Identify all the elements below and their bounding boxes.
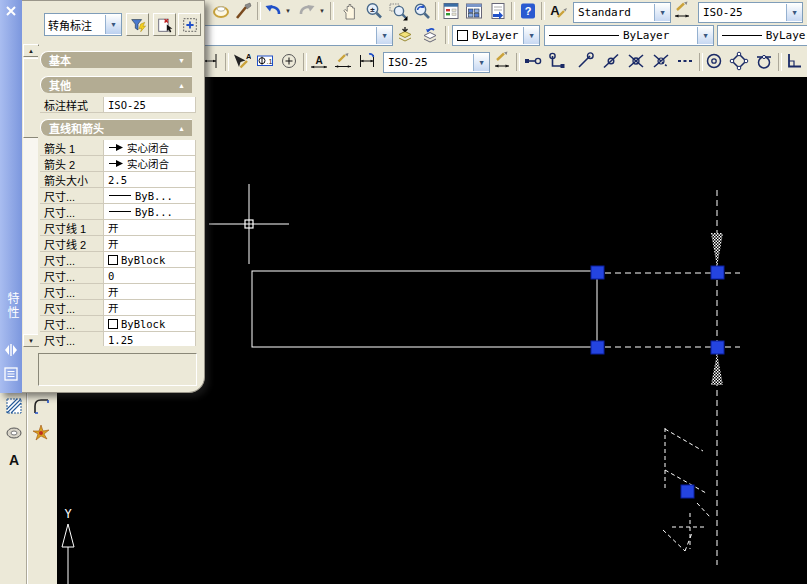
layer-combo[interactable]: ▼ bbox=[199, 25, 393, 46]
zoom-previous-icon[interactable] bbox=[411, 1, 432, 21]
osnap-midpoint-icon[interactable] bbox=[600, 51, 621, 71]
grip[interactable] bbox=[711, 341, 724, 354]
dimension-arrowhead[interactable] bbox=[711, 233, 723, 267]
dimension-arrowhead[interactable] bbox=[711, 353, 723, 385]
hatch-icon[interactable] bbox=[3, 396, 24, 416]
property-value[interactable]: ByB... bbox=[104, 188, 196, 204]
property-value[interactable]: 开 bbox=[104, 220, 196, 236]
palette-scrollbar[interactable]: ▲ ▼ bbox=[23, 44, 39, 347]
auto-hide-icon[interactable] bbox=[3, 342, 19, 358]
layer-previous-icon[interactable] bbox=[419, 25, 440, 45]
help-icon[interactable]: ? bbox=[517, 1, 538, 21]
grip[interactable] bbox=[681, 485, 694, 498]
chevron-down-icon[interactable]: ▼ bbox=[376, 27, 392, 44]
region-icon[interactable] bbox=[3, 423, 24, 443]
mtext-icon[interactable]: A bbox=[3, 450, 24, 470]
osnap-apparent-intersection-icon[interactable] bbox=[650, 51, 671, 71]
dimension-text-outline[interactable] bbox=[685, 533, 692, 551]
layer-make-current-icon[interactable] bbox=[394, 25, 415, 45]
osnap-track-point-icon[interactable] bbox=[522, 51, 543, 71]
color-combo[interactable]: ByLayer▼ bbox=[452, 25, 540, 46]
property-value[interactable]: ISO-25 bbox=[104, 97, 196, 113]
toggle-pickadd-button[interactable] bbox=[178, 13, 201, 36]
palette-menu-icon[interactable] bbox=[3, 366, 19, 382]
dim-style-icon[interactable] bbox=[671, 1, 692, 21]
fillet-icon[interactable] bbox=[30, 396, 51, 416]
property-value[interactable]: ByBlock bbox=[104, 316, 196, 332]
property-value[interactable]: 实心闭合 bbox=[104, 156, 196, 172]
palette-titlebar[interactable]: 特性 bbox=[0, 0, 22, 393]
property-value[interactable]: 开 bbox=[104, 284, 196, 300]
zoom-window-icon[interactable] bbox=[387, 1, 408, 21]
tolerance-icon[interactable]: .1 bbox=[254, 51, 275, 71]
scroll-down-icon[interactable]: ▼ bbox=[23, 334, 39, 347]
explode-icon[interactable] bbox=[30, 423, 51, 443]
text-style-icon[interactable]: A bbox=[547, 1, 568, 21]
scrollbar-thumb[interactable] bbox=[23, 58, 39, 138]
linetype-combo[interactable]: ByLayer▼ bbox=[544, 25, 714, 46]
object-type-selector[interactable]: 转角标注 ▼ bbox=[44, 13, 122, 36]
grip[interactable] bbox=[591, 341, 604, 354]
property-value[interactable]: 2.5 bbox=[104, 172, 196, 188]
close-icon[interactable] bbox=[3, 3, 19, 19]
undo-dropdown[interactable]: ▼ bbox=[283, 1, 293, 21]
osnap-from-icon[interactable] bbox=[547, 51, 568, 71]
osnap-quadrant-icon[interactable] bbox=[728, 51, 749, 71]
section-header-1[interactable]: 其他▲ bbox=[40, 76, 192, 93]
property-value[interactable]: 1.25 bbox=[104, 332, 196, 346]
dim-update-icon[interactable] bbox=[356, 51, 377, 71]
dim-text-edit-icon[interactable]: A bbox=[308, 51, 329, 71]
chevron-down-icon[interactable]: ▼ bbox=[473, 54, 489, 71]
property-value[interactable]: ByBlock bbox=[104, 252, 196, 268]
grip[interactable] bbox=[711, 266, 724, 279]
osnap-extension-icon[interactable] bbox=[674, 51, 695, 71]
dim-style-combo[interactable]: ISO-25▼ bbox=[698, 2, 803, 23]
property-value[interactable]: ByB... bbox=[104, 204, 196, 220]
section-header-0[interactable]: 基本▼ bbox=[40, 51, 192, 68]
undo-icon[interactable] bbox=[262, 1, 283, 21]
grip[interactable] bbox=[591, 266, 604, 279]
osnap-center-icon[interactable] bbox=[703, 51, 724, 71]
section-header-2[interactable]: 直线和箭头▲ bbox=[40, 119, 192, 136]
property-value[interactable]: 0 bbox=[104, 268, 196, 284]
chevron-down-icon[interactable]: ▼ bbox=[105, 15, 121, 34]
pan-icon[interactable] bbox=[339, 1, 360, 21]
text-style-combo[interactable]: Standard▼ bbox=[573, 2, 671, 23]
osnap-perpendicular-icon[interactable] bbox=[783, 51, 804, 71]
property-value[interactable]: 开 bbox=[104, 236, 196, 252]
redo-icon[interactable] bbox=[296, 1, 317, 21]
chevron-down-icon[interactable]: ▼ bbox=[654, 4, 670, 21]
select-objects-button[interactable] bbox=[153, 13, 176, 36]
chevron-down-icon[interactable]: ▼ bbox=[697, 27, 713, 44]
zoom-realtime-icon[interactable]: ± bbox=[363, 1, 384, 21]
designcenter-icon[interactable] bbox=[463, 1, 484, 21]
dimension-text-outline[interactable] bbox=[663, 530, 685, 551]
chevron-down-icon[interactable]: ▼ bbox=[786, 4, 802, 21]
center-mark-icon[interactable] bbox=[278, 51, 299, 71]
quick-select-button[interactable] bbox=[126, 13, 149, 36]
osnap-endpoint-icon[interactable] bbox=[574, 51, 595, 71]
dimension-text-outline[interactable] bbox=[697, 503, 710, 517]
chevron-down-icon[interactable]: ▼ bbox=[178, 57, 185, 64]
tool-palettes-icon[interactable] bbox=[487, 1, 508, 21]
osnap-intersection-icon[interactable] bbox=[625, 51, 646, 71]
property-value[interactable]: 实心闭合 bbox=[104, 140, 196, 156]
property-value[interactable]: 开 bbox=[104, 300, 196, 316]
scroll-up-icon[interactable]: ▲ bbox=[23, 44, 39, 57]
linetype-combo-text: ByLayer bbox=[623, 29, 669, 42]
dim-style-combo-2[interactable]: ISO-25▼ bbox=[383, 52, 490, 73]
chevron-up-icon[interactable]: ▲ bbox=[178, 82, 185, 89]
lineweight-combo[interactable]: ByLayer▼ bbox=[717, 25, 807, 46]
dim-edit-icon[interactable] bbox=[332, 51, 353, 71]
properties-palette-icon[interactable] bbox=[440, 1, 461, 21]
rectangle-object[interactable] bbox=[252, 271, 597, 347]
quick-leader-icon[interactable]: A bbox=[230, 51, 251, 71]
chevron-up-icon[interactable]: ▲ bbox=[178, 125, 185, 132]
paste-icon[interactable] bbox=[210, 1, 231, 21]
match-properties-icon[interactable] bbox=[233, 1, 254, 21]
dimension-text-outline[interactable] bbox=[665, 429, 703, 451]
redo-dropdown[interactable]: ▼ bbox=[317, 1, 327, 21]
osnap-tangent-icon[interactable] bbox=[753, 51, 774, 71]
dim-style-manager-icon[interactable] bbox=[491, 51, 512, 71]
chevron-down-icon[interactable]: ▼ bbox=[523, 27, 539, 44]
